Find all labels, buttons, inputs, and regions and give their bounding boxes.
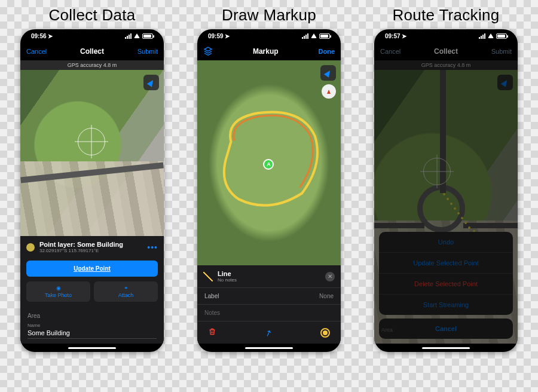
- start-streaming-button[interactable]: Start Streaming: [379, 295, 513, 315]
- phone-route: 09:57 ➤ Cancel Collect Submit GPS accura…: [374, 29, 518, 352]
- markup-sub: No notes: [218, 277, 320, 283]
- delete-button[interactable]: [208, 327, 216, 338]
- status-bar: 09:59 ➤: [197, 29, 341, 42]
- layers-button[interactable]: [203, 46, 213, 57]
- action-group: Undo Update Selected Point Delete Select…: [379, 232, 513, 315]
- label-field-value: None: [319, 293, 334, 299]
- locate-button[interactable]: [497, 75, 513, 90]
- share-button[interactable]: ↗: [264, 327, 274, 338]
- markup-toolbar: ↗: [197, 321, 341, 344]
- status-right: [125, 33, 153, 39]
- more-button[interactable]: •••: [147, 243, 158, 252]
- route-track: [443, 193, 485, 235]
- markup-type-title: Line: [218, 270, 320, 277]
- location-icon: ➤: [225, 33, 230, 39]
- line-icon: [203, 272, 213, 281]
- record-button[interactable]: [320, 328, 330, 338]
- markup-panel: Line No notes ✕ Label None Notes ↗: [197, 265, 341, 344]
- panel-header[interactable]: Point layer: Some Building 32.029197°S 1…: [20, 236, 164, 258]
- signal-icon: [479, 33, 485, 39]
- status-time: 09:59 ➤: [208, 33, 230, 39]
- status-time: 09:56 ➤: [31, 33, 53, 39]
- action-cancel-button[interactable]: Cancel: [379, 318, 513, 339]
- home-indicator[interactable]: [374, 344, 518, 352]
- submit-button[interactable]: Submit: [137, 48, 158, 55]
- battery-icon: [142, 33, 153, 39]
- location-icon: ➤: [402, 33, 406, 39]
- cancel-button[interactable]: Cancel: [380, 48, 401, 55]
- undo-button[interactable]: Undo: [379, 232, 513, 253]
- layer-title: Point layer: Some Building: [39, 241, 142, 248]
- status-bar: 09:56 ➤: [20, 29, 164, 42]
- marker-a[interactable]: A: [263, 159, 274, 170]
- name-field-input[interactable]: Some Building: [27, 329, 157, 339]
- column-title-route: Route Tracking: [392, 6, 499, 24]
- navbar: Cancel Collect Submit: [374, 42, 518, 60]
- gps-accuracy: GPS accuracy 4.8 m: [20, 60, 164, 70]
- layer-color-icon: [26, 243, 35, 252]
- locate-arrow-icon: [147, 78, 156, 87]
- area-section-label: Area: [20, 307, 164, 321]
- column-title-collect: Collect Data: [48, 6, 135, 24]
- nav-title: Collect: [434, 47, 458, 56]
- home-indicator[interactable]: [197, 344, 341, 352]
- navbar: Cancel Collect Submit: [20, 42, 164, 60]
- wifi-icon: [311, 33, 317, 38]
- collect-panel: Point layer: Some Building 32.029197°S 1…: [20, 236, 164, 344]
- phone-collect: 09:56 ➤ Cancel Collect Submit GPS accura…: [20, 29, 164, 352]
- nav-title: Markup: [253, 47, 279, 56]
- crosshair-icon: [423, 158, 451, 185]
- map-road: [374, 223, 424, 228]
- map-road: [463, 223, 518, 228]
- take-photo-button[interactable]: ◉ Take Photo: [26, 281, 90, 302]
- label-field-row[interactable]: Label None: [197, 287, 341, 304]
- signal-icon: [125, 33, 132, 39]
- submit-button: Submit: [491, 48, 512, 55]
- area-label-dim: Area: [381, 327, 393, 333]
- compass-button[interactable]: [322, 84, 336, 99]
- layer-coords: 32.029197°S 115.769171°E: [39, 248, 142, 253]
- cancel-button[interactable]: Cancel: [26, 48, 47, 55]
- paperclip-icon: ⚭: [124, 285, 129, 291]
- name-field-label: Name: [27, 323, 157, 328]
- layers-icon: [203, 46, 213, 56]
- locate-arrow-icon: [501, 78, 510, 87]
- status-right: [302, 33, 330, 39]
- trash-icon: [208, 327, 216, 336]
- map-view: Undo Update Selected Point Delete Select…: [374, 70, 518, 344]
- nav-title: Collect: [80, 47, 104, 56]
- location-icon: ➤: [48, 33, 53, 39]
- action-sheet: Undo Update Selected Point Delete Select…: [374, 70, 518, 344]
- map-road: [440, 70, 446, 193]
- notes-field[interactable]: Notes: [197, 304, 341, 321]
- locate-button[interactable]: [320, 65, 336, 81]
- battery-icon: [319, 33, 330, 39]
- roundabout: [417, 185, 465, 232]
- status-bar: 09:57 ➤: [374, 29, 518, 42]
- crosshair-icon: [78, 128, 105, 155]
- locate-arrow-icon: [324, 69, 333, 78]
- home-indicator[interactable]: [20, 344, 164, 352]
- map-buildings: [374, 220, 518, 344]
- signal-icon: [302, 33, 308, 39]
- battery-icon: [496, 33, 507, 39]
- navbar: Markup Done: [197, 42, 341, 60]
- status-right: [479, 33, 507, 39]
- camera-icon: ◉: [56, 285, 61, 291]
- map-view[interactable]: A: [197, 60, 341, 265]
- delete-point-button[interactable]: Delete Selected Point: [379, 274, 513, 295]
- wifi-icon: [488, 33, 494, 38]
- close-button[interactable]: ✕: [325, 272, 335, 281]
- wifi-icon: [134, 33, 140, 38]
- done-button[interactable]: Done: [319, 48, 335, 55]
- update-point-button[interactable]: Update Point: [26, 261, 158, 277]
- locate-button[interactable]: [143, 75, 159, 90]
- panel-header[interactable]: Line No notes ✕: [197, 265, 341, 287]
- column-title-markup: Draw Markup: [222, 6, 316, 24]
- map-view[interactable]: [20, 70, 164, 236]
- update-point-button[interactable]: Update Selected Point: [379, 253, 513, 274]
- phone-markup: 09:59 ➤ Markup Done A: [197, 29, 341, 352]
- gps-accuracy: GPS accuracy 4.8 m: [374, 60, 518, 70]
- label-field-name: Label: [204, 293, 219, 299]
- attach-button[interactable]: ⚭ Attach: [94, 281, 158, 302]
